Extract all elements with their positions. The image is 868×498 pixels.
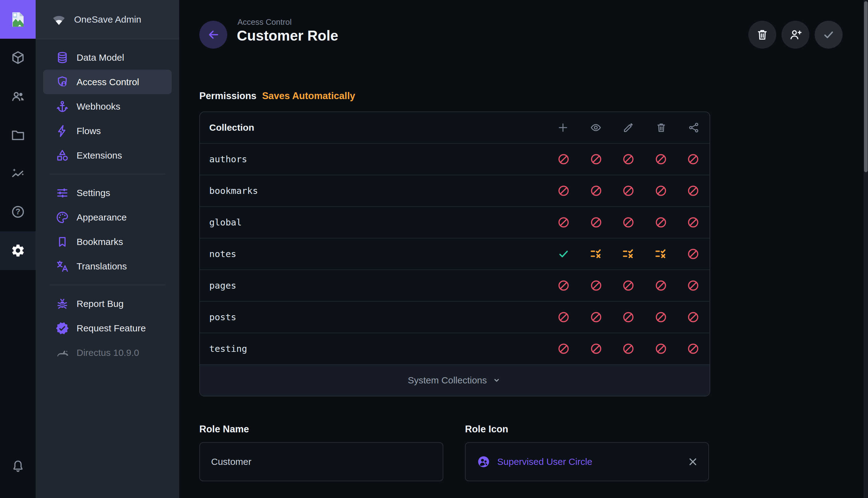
nav-item-flows[interactable]: Flows	[43, 119, 172, 143]
permission-cells	[557, 311, 700, 324]
project-name: OneSave Admin	[74, 14, 141, 25]
page-title: Customer Role	[237, 27, 338, 44]
nav-item-report-bug[interactable]: Report Bug	[43, 291, 172, 316]
notifications-button[interactable]	[0, 451, 36, 481]
no-access-icon[interactable]	[687, 153, 700, 166]
no-access-icon[interactable]	[622, 216, 635, 229]
role-name-input[interactable]	[200, 443, 443, 481]
no-access-icon[interactable]	[687, 184, 700, 197]
nav-item-request-feature[interactable]: Request Feature	[43, 316, 172, 340]
module-help[interactable]	[0, 197, 36, 227]
permissions-heading: PermissionsSaves Automatically	[199, 90, 355, 102]
collection-name: authors	[200, 154, 557, 165]
read-column-icon	[590, 122, 602, 133]
custom-access-icon[interactable]	[590, 247, 603, 261]
bell-icon	[11, 459, 25, 473]
custom-access-icon[interactable]	[654, 247, 667, 261]
nav-item-data-model[interactable]: Data Model	[43, 45, 172, 70]
no-access-icon[interactable]	[687, 247, 700, 261]
table-row: posts	[200, 301, 710, 332]
nav-item-settings[interactable]: Settings	[43, 181, 172, 205]
module-content[interactable]	[0, 43, 36, 73]
no-access-icon[interactable]	[622, 342, 635, 355]
no-access-icon[interactable]	[557, 184, 570, 197]
no-access-icon[interactable]	[557, 216, 570, 229]
nav-item-label: Webhooks	[77, 101, 120, 112]
no-access-icon[interactable]	[557, 153, 570, 166]
system-collections-label: System Collections	[408, 375, 487, 385]
rabbit-icon	[55, 346, 69, 359]
no-access-icon[interactable]	[590, 279, 603, 292]
no-access-icon[interactable]	[654, 311, 667, 324]
no-access-icon[interactable]	[654, 153, 667, 166]
nav-item-webhooks[interactable]: Webhooks	[43, 94, 172, 119]
nav-item-version[interactable]: Directus 10.9.0	[43, 340, 172, 365]
no-access-icon[interactable]	[622, 153, 635, 166]
invite-users-button[interactable]	[781, 21, 809, 49]
custom-access-icon[interactable]	[622, 247, 635, 261]
no-access-icon[interactable]	[687, 311, 700, 324]
nav-item-access-control[interactable]: Access Control	[43, 70, 172, 94]
save-button[interactable]	[815, 21, 843, 49]
nav-divider	[49, 174, 166, 174]
no-access-icon[interactable]	[590, 153, 603, 166]
scrollbar-thumb[interactable]	[864, 1, 868, 172]
clear-icon-button[interactable]	[687, 456, 699, 468]
module-settings[interactable]	[0, 236, 36, 265]
nav-item-appearance[interactable]: Appearance	[43, 205, 172, 230]
no-access-icon[interactable]	[590, 184, 603, 197]
no-access-icon[interactable]	[687, 279, 700, 292]
collection-name: posts	[200, 312, 557, 323]
no-access-icon[interactable]	[687, 342, 700, 355]
nav-item-translations[interactable]: Translations	[43, 254, 172, 278]
collection-name: notes	[200, 249, 557, 259]
permission-cells	[557, 153, 700, 166]
module-insights[interactable]	[0, 159, 36, 188]
no-access-icon[interactable]	[622, 184, 635, 197]
no-access-icon[interactable]	[590, 342, 603, 355]
tune-icon	[55, 186, 69, 200]
system-collections-toggle[interactable]: System Collections	[200, 364, 710, 396]
bug-icon	[55, 297, 69, 311]
person-add-icon	[789, 28, 802, 41]
project-logo[interactable]	[0, 0, 36, 39]
no-access-icon[interactable]	[622, 279, 635, 292]
project-header[interactable]: OneSave Admin	[36, 0, 179, 39]
nav-divider	[49, 285, 166, 285]
bookmark-icon	[55, 235, 69, 249]
no-access-icon[interactable]	[687, 216, 700, 229]
module-file-library[interactable]	[0, 120, 36, 150]
table-header-row: Collection	[200, 112, 710, 143]
nav-item-extensions[interactable]: Extensions	[43, 143, 172, 168]
navigation-sidebar: OneSave Admin Data Model Access Control …	[36, 0, 179, 498]
no-access-icon[interactable]	[590, 216, 603, 229]
version-label: Directus 10.9.0	[77, 348, 139, 358]
role-icon-field[interactable]: Supervised User Circle	[465, 442, 709, 481]
shapes-icon	[55, 149, 69, 162]
no-access-icon[interactable]	[557, 311, 570, 324]
no-access-icon[interactable]	[622, 311, 635, 324]
help-icon	[11, 205, 25, 219]
table-row: testing	[200, 332, 710, 364]
full-access-icon[interactable]	[557, 247, 570, 261]
nav-item-label: Appearance	[77, 212, 127, 223]
collection-name: pages	[200, 280, 557, 291]
no-access-icon[interactable]	[557, 279, 570, 292]
module-user-directory[interactable]	[0, 81, 36, 111]
share-column-icon	[688, 122, 700, 133]
back-button[interactable]	[199, 21, 227, 49]
breadcrumb[interactable]: Access Control	[238, 17, 292, 27]
nav-item-bookmarks[interactable]: Bookmarks	[43, 230, 172, 254]
permission-cells	[557, 184, 700, 197]
no-access-icon[interactable]	[654, 216, 667, 229]
no-access-icon[interactable]	[590, 311, 603, 324]
folder-icon	[11, 128, 25, 143]
no-access-icon[interactable]	[654, 279, 667, 292]
no-access-icon[interactable]	[654, 342, 667, 355]
delete-role-button[interactable]	[748, 21, 776, 49]
no-access-icon[interactable]	[654, 184, 667, 197]
no-access-icon[interactable]	[557, 342, 570, 355]
permission-cells	[557, 279, 700, 292]
arrow-left-icon	[206, 28, 220, 41]
users-icon	[11, 89, 25, 104]
